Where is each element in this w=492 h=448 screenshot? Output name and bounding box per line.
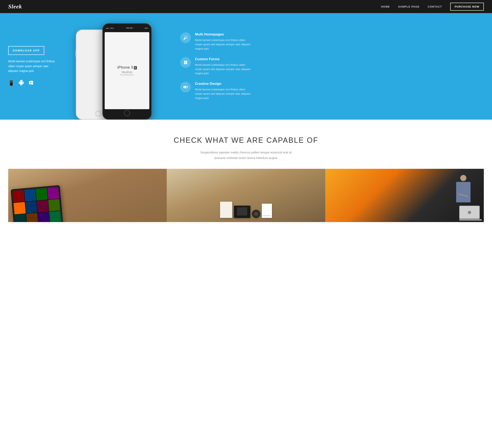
phone-battery: 100% bbox=[144, 27, 148, 29]
phone-mockup-label: MockUp bbox=[122, 71, 132, 74]
portfolio-item-stationery[interactable] bbox=[167, 169, 325, 222]
capabilities-section: CHECK WHAT WE ARE CAPABLE OF Suspendisse… bbox=[0, 120, 492, 234]
phone-mockup-area: ●●●○○ BELL 4:21 PM 100% iPhone 5 S MockU… bbox=[66, 13, 168, 120]
custom-forms-icon bbox=[180, 57, 191, 68]
hero-features: Multi Homepages Morbi laoreet scelerisqu… bbox=[168, 13, 492, 120]
nav-sample-page[interactable]: SAMPLE PAGE bbox=[398, 5, 420, 8]
multi-homepages-content: Multi Homepages Morbi laoreet scelerisqu… bbox=[195, 32, 252, 51]
phone-screen: iPhone 5 S MockUp Free Resource bbox=[105, 32, 149, 109]
creative-design-content: Creative Design Morbi laoreet scelerisqu… bbox=[195, 82, 252, 100]
phone-power-button bbox=[151, 42, 152, 51]
platform-icons: 📱 bbox=[8, 80, 57, 87]
portfolio-item-laptop[interactable] bbox=[325, 169, 484, 222]
portfolio-grid bbox=[8, 169, 484, 222]
creative-design-icon bbox=[180, 82, 191, 92]
phone-status-bar: ●●●○○ BELL 4:21 PM 100% bbox=[103, 24, 151, 32]
feature-multi-homepages: Multi Homepages Morbi laoreet scelerisqu… bbox=[180, 32, 484, 51]
android-icon bbox=[19, 80, 24, 87]
phone-model-text: iPhone 5 bbox=[117, 65, 133, 70]
phone-model-suffix: S bbox=[134, 66, 137, 70]
purchase-now-button[interactable]: PURCHASE NOW bbox=[450, 3, 484, 11]
navbar: Sleek HOME SAMPLE PAGE CONTACT PURCHASE … bbox=[0, 0, 492, 13]
custom-forms-content: Custom Forms Morbi laoreet scelerisque o… bbox=[195, 57, 252, 76]
nav-links: HOME SAMPLE PAGE CONTACT PURCHASE NOW bbox=[381, 3, 484, 11]
portfolio-item-ipad[interactable] bbox=[8, 169, 167, 222]
phone-mockup-container: ●●●○○ BELL 4:21 PM 100% iPhone 5 S MockU… bbox=[82, 19, 152, 120]
phone-black-mockup: ●●●○○ BELL 4:21 PM 100% iPhone 5 S MockU… bbox=[102, 23, 152, 120]
phone-carrier: ●●●○○ BELL bbox=[106, 27, 114, 29]
custom-forms-desc: Morbi laoreet scelerisque orci finibus u… bbox=[195, 63, 252, 76]
windows-icon bbox=[28, 80, 34, 87]
custom-forms-title: Custom Forms bbox=[195, 57, 252, 61]
phone-side-button bbox=[75, 51, 76, 57]
multi-homepages-icon bbox=[180, 32, 191, 43]
download-app-button[interactable]: DOWNLOAD APP bbox=[8, 46, 44, 55]
hero-description: Morbi laoreet scelerisque orci finibus u… bbox=[8, 59, 57, 73]
hero-left-content: DOWNLOAD APP Morbi laoreet scelerisque o… bbox=[0, 13, 66, 120]
nav-contact[interactable]: CONTACT bbox=[428, 5, 442, 8]
creative-design-desc: Morbi laoreet scelerisque orci finibus u… bbox=[195, 87, 252, 100]
ios-icon: 📱 bbox=[8, 80, 14, 86]
nav-home[interactable]: HOME bbox=[381, 5, 390, 8]
hero-section: DOWNLOAD APP Morbi laoreet scelerisque o… bbox=[0, 13, 492, 120]
multi-homepages-title: Multi Homepages bbox=[195, 32, 252, 36]
capabilities-subtitle-2: posuere molestie lorem lectus interdum a… bbox=[8, 155, 484, 161]
phone-time: 4:21 PM bbox=[126, 27, 132, 29]
feature-custom-forms: Custom Forms Morbi laoreet scelerisque o… bbox=[180, 57, 484, 76]
creative-design-title: Creative Design bbox=[195, 82, 252, 86]
phone-home-button bbox=[95, 111, 101, 117]
multi-homepages-desc: Morbi laoreet scelerisque orci finibus u… bbox=[195, 38, 252, 51]
brand-logo[interactable]: Sleek bbox=[8, 3, 22, 10]
feature-creative-design: Creative Design Morbi laoreet scelerisqu… bbox=[180, 82, 484, 100]
phone-free-resource: Free Resource bbox=[120, 74, 134, 76]
phone-black-home-button bbox=[124, 110, 130, 116]
capabilities-title: CHECK WHAT WE ARE CAPABLE OF bbox=[8, 136, 484, 145]
capabilities-subtitle-1: Suspendisse egestas mattis rhoncus pelle… bbox=[8, 150, 484, 155]
